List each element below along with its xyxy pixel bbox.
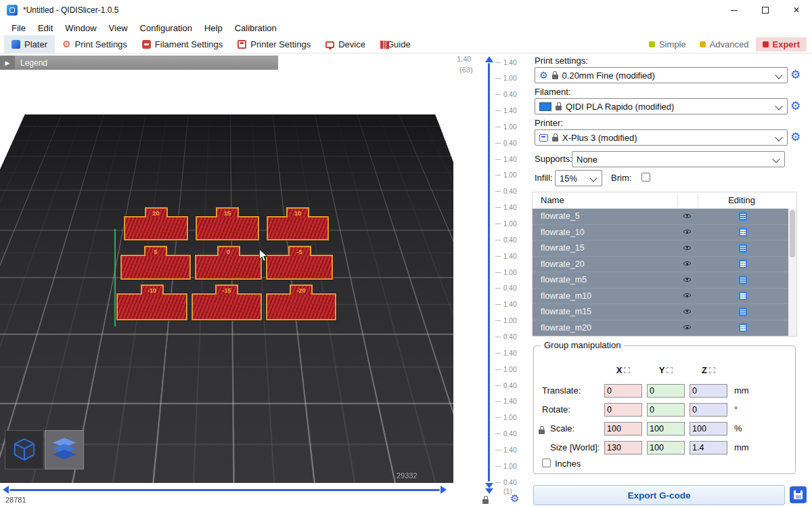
- editing-icon[interactable]: [739, 276, 747, 284]
- plate-object-flowrate-15[interactable]: 15: [196, 216, 259, 240]
- translate-y-input[interactable]: [647, 384, 685, 398]
- menu-item-view[interactable]: View: [103, 22, 134, 35]
- editing-icon[interactable]: [739, 212, 747, 221]
- visibility-eye-icon[interactable]: [683, 291, 692, 300]
- export-gcode-button[interactable]: Export G-code: [533, 485, 785, 505]
- tab-plater[interactable]: Plater: [4, 35, 55, 53]
- rotate-x-input[interactable]: [604, 403, 642, 417]
- scrollbar-thumb[interactable]: [790, 210, 795, 257]
- list-item-flowrate-m10[interactable]: flowrate_m10: [533, 289, 788, 305]
- layer-slider-gear-icon[interactable]: ⚙: [510, 493, 519, 503]
- tab-print-settings[interactable]: ⚙Print Settings: [55, 35, 135, 53]
- plate-object-flowrate-0[interactable]: 0: [195, 255, 262, 280]
- menu-item-window[interactable]: Window: [59, 22, 102, 35]
- list-item-flowrate-5[interactable]: flowrate_5: [533, 209, 788, 225]
- list-item-flowrate-20[interactable]: flowrate_20: [533, 257, 788, 273]
- visibility-eye-icon[interactable]: [683, 276, 692, 284]
- plate-object-flowrate-15[interactable]: -15: [191, 293, 262, 320]
- list-item-flowrate-10[interactable]: flowrate_10: [533, 225, 788, 241]
- mode-advanced[interactable]: Advanced: [693, 37, 756, 51]
- plate-object-flowrate-20[interactable]: -20: [266, 293, 336, 320]
- visibility-eye-icon[interactable]: [683, 228, 692, 236]
- filament-edit-gear[interactable]: ⚙: [790, 100, 800, 112]
- size-world-x-input[interactable]: [604, 441, 642, 454]
- size-world-y-input[interactable]: [647, 441, 685, 454]
- export-to-device-button[interactable]: [790, 486, 807, 503]
- scale-x-input[interactable]: [604, 422, 642, 436]
- editing-icon[interactable]: [739, 259, 747, 268]
- layer-slider-up-arrow[interactable]: [485, 56, 493, 62]
- scale-y-input[interactable]: [647, 422, 685, 436]
- hslider-left-arrow[interactable]: [3, 486, 9, 494]
- layer-slider-lock-icon[interactable]: [482, 496, 489, 504]
- editing-icon[interactable]: [739, 244, 747, 253]
- layer-slider-down-arrow[interactable]: [485, 483, 493, 488]
- list-item-flowrate-m20[interactable]: flowrate_m20: [533, 320, 788, 337]
- reset-y-icon[interactable]: [667, 367, 673, 373]
- menu-item-help[interactable]: Help: [198, 22, 229, 35]
- infill-combo[interactable]: 15%: [555, 170, 602, 186]
- visibility-eye-icon[interactable]: [683, 244, 692, 253]
- hslider-right-arrow[interactable]: [441, 486, 447, 494]
- list-item-flowrate-m5[interactable]: flowrate_m5: [533, 272, 788, 289]
- brim-checkbox[interactable]: [641, 173, 650, 182]
- rotate-z-input[interactable]: [690, 403, 727, 417]
- printer-combo[interactable]: X-Plus 3 (modified): [535, 129, 788, 146]
- mode-expert[interactable]: Expert: [756, 37, 807, 51]
- printer-edit-gear[interactable]: ⚙: [790, 131, 800, 143]
- print-settings-edit-gear[interactable]: ⚙: [790, 69, 800, 81]
- 3d-viewport[interactable]: Legend 20151050-5-10-15-20 29332 28781: [0, 54, 453, 508]
- filament-combo[interactable]: QIDI PLA Rapido (modified): [535, 98, 788, 114]
- editing-icon[interactable]: [739, 291, 747, 300]
- editing-icon[interactable]: [739, 323, 747, 332]
- list-item-flowrate-15[interactable]: flowrate_15: [533, 240, 788, 257]
- tick-dash: [495, 401, 501, 402]
- layer-tick: 1.00: [495, 75, 516, 83]
- legend-bar[interactable]: Legend: [0, 56, 278, 70]
- tab-guide[interactable]: Guide: [373, 35, 418, 53]
- vertical-layer-slider[interactable]: [488, 63, 490, 482]
- plate-object-flowrate-10[interactable]: 10: [267, 216, 329, 240]
- plate-object-flowrate-20[interactable]: 20: [124, 216, 188, 240]
- mode-simple[interactable]: Simple: [642, 37, 693, 51]
- layer-tick: 1.40: [495, 252, 516, 260]
- maximize-button[interactable]: [750, 0, 781, 20]
- tab-filament-settings[interactable]: Filament Settings: [135, 35, 230, 53]
- supports-combo[interactable]: None: [572, 151, 785, 167]
- menu-item-file[interactable]: File: [5, 22, 32, 35]
- layers-view-button[interactable]: [45, 430, 84, 469]
- editing-icon[interactable]: [739, 228, 747, 236]
- tab-device[interactable]: Device: [318, 35, 373, 53]
- tick-dash: [495, 110, 501, 111]
- scale-z-input[interactable]: [690, 422, 727, 436]
- translate-z-input[interactable]: [690, 384, 727, 398]
- visibility-eye-icon[interactable]: [683, 259, 692, 268]
- minimize-button[interactable]: [719, 0, 750, 20]
- visibility-eye-icon[interactable]: [683, 323, 692, 332]
- visibility-eye-icon[interactable]: [683, 212, 692, 221]
- menu-item-configuration[interactable]: Configuration: [134, 22, 198, 35]
- inches-checkbox[interactable]: [542, 459, 551, 467]
- list-item-flowrate-m15[interactable]: flowrate_m15: [533, 304, 788, 320]
- plate-object-flowrate-10[interactable]: -10: [116, 293, 187, 320]
- translate-x-input[interactable]: [604, 384, 642, 398]
- object-list-scrollbar[interactable]: [788, 209, 796, 336]
- reset-x-icon[interactable]: [624, 367, 630, 373]
- uniform-scale-lock-icon[interactable]: [539, 426, 545, 434]
- plate-object-flowrate-5[interactable]: 5: [120, 255, 191, 280]
- visibility-eye-icon[interactable]: [683, 308, 692, 316]
- horizontal-gcode-slider[interactable]: [9, 489, 440, 491]
- tab-printer-settings[interactable]: Printer Settings: [230, 35, 318, 53]
- tab-label: Print Settings: [75, 39, 127, 49]
- layer-slider-down-arrow-2[interactable]: [485, 488, 493, 494]
- menu-item-calibration[interactable]: Calibration: [229, 22, 283, 35]
- size-world-z-input[interactable]: [690, 441, 727, 454]
- close-button[interactable]: ×: [781, 0, 812, 20]
- menu-item-edit[interactable]: Edit: [32, 22, 59, 35]
- 3d-view-button[interactable]: [5, 430, 44, 469]
- plate-object-flowrate-5[interactable]: -5: [266, 255, 333, 280]
- editing-icon[interactable]: [739, 308, 747, 316]
- rotate-y-input[interactable]: [647, 403, 685, 417]
- reset-z-icon[interactable]: [709, 367, 715, 373]
- print-settings-combo[interactable]: ⚙ 0.20mm Fine (modified): [535, 67, 788, 83]
